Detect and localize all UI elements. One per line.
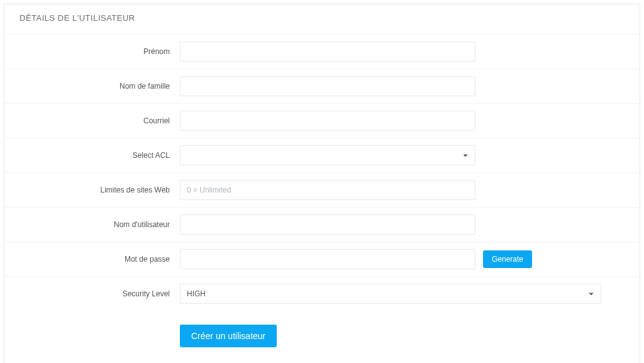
website-limits-input[interactable] — [180, 180, 475, 200]
first-name-label: Prénom — [19, 47, 180, 56]
form-row-submit: . Créer un utilisateur — [4, 311, 640, 354]
form-row-last-name: Nom de famille — [4, 69, 640, 103]
panel-heading: DÉTAILS DE L'UTILISATEUR — [4, 13, 640, 34]
form-row-website-limits: Limites de sites Web — [4, 172, 640, 207]
security-level-label: Security Level — [19, 289, 180, 298]
form-row-select-acl: Select ACL — [4, 138, 640, 172]
form-row-username: Nom d'utilisateur — [4, 207, 640, 242]
password-label: Mot de passe — [19, 255, 180, 264]
form-row-password: Mot de passe Generate — [4, 242, 640, 276]
email-input[interactable] — [180, 111, 475, 131]
form-row-email: Courriel — [4, 103, 640, 138]
last-name-input[interactable] — [180, 76, 475, 96]
generate-button[interactable]: Generate — [483, 250, 532, 268]
security-level-select[interactable]: HIGH — [180, 284, 601, 304]
username-label: Nom d'utilisateur — [19, 220, 180, 229]
select-acl-label: Select ACL — [19, 151, 180, 160]
form-row-security-level: Security Level HIGH — [4, 276, 640, 311]
select-acl-select[interactable] — [180, 145, 475, 165]
email-label: Courriel — [19, 116, 180, 125]
first-name-input[interactable] — [180, 42, 475, 62]
user-details-panel: DÉTAILS DE L'UTILISATEUR Prénom Nom de f… — [4, 4, 640, 363]
website-limits-label: Limites de sites Web — [19, 186, 180, 194]
last-name-label: Nom de famille — [19, 82, 180, 91]
password-input[interactable] — [180, 249, 475, 269]
create-user-button[interactable]: Créer un utilisateur — [180, 325, 277, 347]
username-input[interactable] — [180, 215, 475, 235]
form-row-first-name: Prénom — [4, 34, 640, 69]
